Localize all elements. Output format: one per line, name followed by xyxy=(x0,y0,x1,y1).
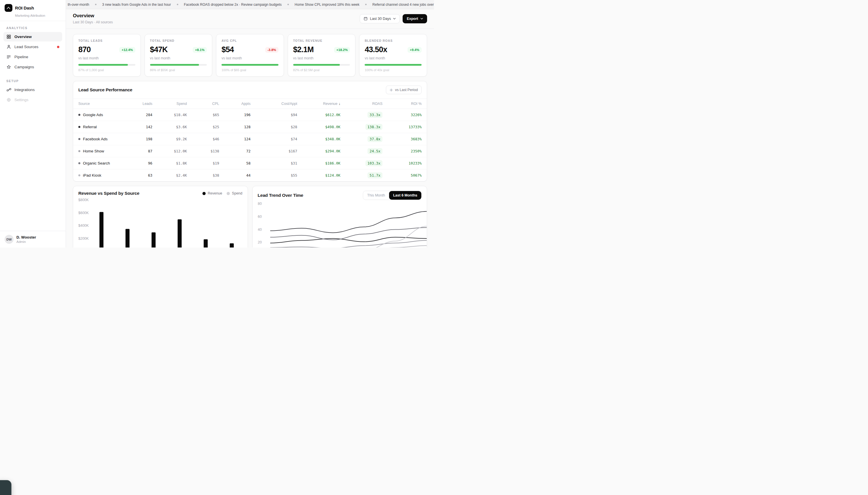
source-name: Facebook Ads xyxy=(83,137,108,141)
revenue-cell: $348.0K xyxy=(297,134,340,144)
revenue-cell: $124.0K xyxy=(297,170,340,181)
cost-per-appt-cell: $74 xyxy=(251,134,297,144)
cost-per-appt-cell: $167 xyxy=(251,146,297,156)
table-row[interactable]: Google Ads 284 $18.4K $65 196 $94 $612.0… xyxy=(73,109,427,121)
cost-per-appt-cell: $28 xyxy=(251,122,297,132)
sidebar-nav: ANALYTICSOverviewLead SourcesPipelineCam… xyxy=(0,21,66,231)
revenue-bar xyxy=(178,219,182,248)
app-title: ROI Dash xyxy=(15,5,34,11)
column-header-label: Cost/Appt xyxy=(281,102,297,106)
source-name: Referral xyxy=(83,125,97,129)
roas-pill: 138.3x xyxy=(366,124,383,130)
leads-cell: 87 xyxy=(129,146,152,156)
kpi-delta-badge: -3.8% xyxy=(265,47,279,53)
source-color-dot xyxy=(78,174,81,176)
legend-item-spend: Spend xyxy=(227,191,242,195)
plus-icon xyxy=(390,88,393,92)
kpi-value: $2.1M xyxy=(293,45,314,54)
kpi-progress-fill xyxy=(365,64,422,66)
table-row[interactable]: Home Show 87 $12.0K $138 72 $167 $294.0K… xyxy=(73,145,427,157)
kpi-progress-fill xyxy=(293,64,340,66)
date-range-button[interactable]: Last 30 Days xyxy=(360,14,400,23)
legend-label: Spend xyxy=(232,191,242,195)
user-role: Admin xyxy=(16,240,36,243)
line-y-tick-label: 20 xyxy=(258,240,262,244)
vs-last-period-button[interactable]: vs Last Period xyxy=(386,86,422,94)
ticker-separator-dot xyxy=(287,4,289,5)
column-header-revenue[interactable]: Revenue↓ xyxy=(297,99,340,109)
trend-range-toggle: This MonthLast 6 Months xyxy=(363,191,422,200)
kpi-progress-track xyxy=(293,64,350,66)
column-header-cost-appt[interactable]: Cost/Appt xyxy=(251,99,297,109)
roi-cell: 3683% xyxy=(383,134,422,144)
source-name: Home Show xyxy=(83,149,104,153)
kpi-card-total-revenue: TOTAL REVENUE $2.1M +18.2% vs last month… xyxy=(288,34,356,76)
column-header-cpl[interactable]: CPL xyxy=(187,99,219,109)
export-label: Export xyxy=(407,17,418,21)
column-header-label: CPL xyxy=(212,102,219,106)
sidebar-item-overview[interactable]: Overview xyxy=(3,32,62,41)
legend-dot xyxy=(227,192,230,195)
leads-cell: 142 xyxy=(129,122,152,132)
bar-y-tick-label: $400K xyxy=(78,224,89,228)
revenue-bar xyxy=(126,229,129,248)
kpi-goal-label: 100% of 40x goal xyxy=(365,68,422,72)
revenue-cell: $498.0K xyxy=(297,122,340,132)
toggle-this-month[interactable]: This Month xyxy=(363,191,389,200)
table-row[interactable]: Organic Search 96 $1.8K $19 58 $31 $186.… xyxy=(73,157,427,169)
column-header-appts[interactable]: Appts xyxy=(219,99,251,109)
table-row[interactable]: Referral 142 $3.6K $25 128 $28 $498.0K 1… xyxy=(73,121,427,133)
leads-cell: 198 xyxy=(129,134,152,144)
sidebar-item-settings: Settings xyxy=(3,95,62,105)
ticker-item: 3 new leads from Google Ads in the last … xyxy=(102,3,171,6)
cpl-cell: $19 xyxy=(187,158,219,168)
roas-cell: 138.3x xyxy=(340,121,383,133)
kpi-value: 870 xyxy=(78,45,91,54)
cost-per-appt-cell: $55 xyxy=(251,170,297,181)
bar-chart-title: Revenue vs Spend by Source xyxy=(78,191,139,196)
table-row[interactable]: iPad Kiosk 63 $2.4K $38 44 $55 $124.0K 5… xyxy=(73,169,427,181)
appts-cell: 196 xyxy=(219,110,251,120)
kpi-compare-label: vs last month xyxy=(293,56,350,60)
page-header: Overview Last 30 Days · All sources Last… xyxy=(66,9,434,29)
sidebar-item-lead-sources[interactable]: Lead Sources xyxy=(3,42,62,52)
kpi-value: $54 xyxy=(222,45,234,54)
kpi-delta-badge: +18.2% xyxy=(334,47,350,53)
ticker-item: Facebook ROAS dropped below 2x · Review … xyxy=(184,3,282,6)
sidebar-item-integrations[interactable]: Integrations xyxy=(3,85,62,95)
column-header-label: Revenue xyxy=(323,102,338,106)
column-header-roas[interactable]: ROAS xyxy=(340,99,383,109)
news-ticker: th-over-month3 new leads from Google Ads… xyxy=(66,0,434,9)
app-logo-icon xyxy=(5,4,12,12)
sidebar-item-label: Campaigns xyxy=(14,65,34,69)
kpi-compare-label: vs last month xyxy=(150,56,207,60)
revenue-bar xyxy=(203,239,208,248)
source-name: iPad Kiosk xyxy=(83,173,101,177)
chevron-down-icon xyxy=(421,18,423,20)
sidebar-item-pipeline[interactable]: Pipeline xyxy=(3,52,62,62)
toggle-last-6-months[interactable]: Last 6 Months xyxy=(389,191,421,200)
user-profile[interactable]: DW D. Wooster Admin xyxy=(0,231,66,248)
kpi-goal-label: 86% of $55K goal xyxy=(150,68,207,72)
lead-trend-line-chart: 020406080 xyxy=(258,201,427,248)
column-header-source[interactable]: Source xyxy=(78,99,129,109)
trend-line-line-1 xyxy=(270,211,426,233)
revenue-cell: $294.0K xyxy=(297,146,340,156)
table-row[interactable]: Facebook Ads 198 $9.2K $46 124 $74 $348.… xyxy=(73,133,427,145)
bar-y-tick-label: $600K xyxy=(78,211,89,215)
kpi-progress-fill xyxy=(78,64,128,66)
source-name: Organic Search xyxy=(83,161,110,165)
sidebar-item-campaigns[interactable]: Campaigns xyxy=(3,62,62,72)
vs-last-period-label: vs Last Period xyxy=(395,88,418,92)
roas-pill: 37.8x xyxy=(368,136,383,142)
roas-cell: 103.3x xyxy=(340,157,383,169)
kpi-progress-track xyxy=(365,64,422,66)
roas-pill: 33.3x xyxy=(368,112,383,118)
column-header-roi-[interactable]: ROI % xyxy=(383,99,422,109)
ticker-separator-dot xyxy=(177,4,178,5)
line-y-tick-label: 60 xyxy=(258,215,262,219)
column-header-spend[interactable]: Spend xyxy=(152,99,187,109)
export-button[interactable]: Export xyxy=(403,14,427,23)
column-header-leads[interactable]: Leads xyxy=(129,99,152,109)
app-root: ROI Dash Marketing Attribution ANALYTICS… xyxy=(0,0,434,248)
